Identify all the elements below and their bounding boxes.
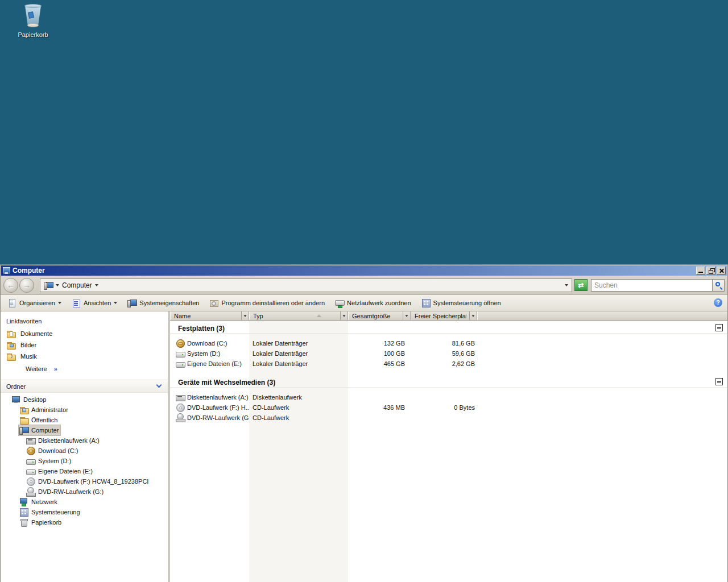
sidebar-item-bilder[interactable]: Bilder bbox=[1, 339, 168, 351]
column-filter-dropdown[interactable] bbox=[241, 311, 249, 320]
desktop-icon-label: Papierkorb bbox=[9, 31, 57, 38]
sidebar-item-weitere[interactable]: Weitere » bbox=[1, 363, 168, 375]
sidebar: Linkfavoriten Dokumente Bilder ♪ Musik W… bbox=[1, 311, 168, 582]
file-row-download-c[interactable]: Download (C:) Lokaler Datenträger 132 GB… bbox=[170, 338, 727, 348]
file-row-dvd-laufwerk-f[interactable]: DVD-Laufwerk (F:) H... CD-Laufwerk 436 M… bbox=[170, 402, 727, 413]
column-header-filler bbox=[477, 311, 727, 320]
tree-item-download-c[interactable]: Download (C:) bbox=[1, 446, 168, 456]
system-properties-icon bbox=[127, 298, 136, 307]
computer-icon bbox=[44, 281, 53, 290]
search-input[interactable] bbox=[591, 279, 712, 292]
chevron-down-icon bbox=[114, 302, 117, 304]
tree-item-diskettenlaufwerk-a[interactable]: Diskettenlaufwerk (A:) bbox=[1, 435, 168, 446]
search-button[interactable] bbox=[712, 279, 725, 292]
views-button[interactable]: Ansichten bbox=[69, 297, 119, 309]
tree-item-administrator[interactable]: Administrator bbox=[1, 405, 168, 415]
tree-item-computer[interactable]: Computer bbox=[1, 425, 168, 435]
uninstall-program-button[interactable]: Programm deinstallieren oder ändern bbox=[207, 297, 327, 309]
search-box bbox=[591, 279, 725, 292]
uninstall-program-icon bbox=[209, 298, 218, 307]
group-header: Festplatten (3) bbox=[170, 323, 727, 334]
desktop-icon bbox=[11, 395, 20, 404]
collapse-group-button[interactable] bbox=[715, 324, 723, 331]
user-folder-icon bbox=[19, 405, 28, 414]
tree-item-desktop[interactable]: Desktop bbox=[1, 394, 168, 405]
group-title: Geräte mit Wechselmedien (3) bbox=[178, 379, 275, 386]
dvd-rw-drive-icon bbox=[26, 487, 35, 496]
file-row-dvd-rw-laufwerk-g[interactable]: DVD-RW-Laufwerk (G:) CD-Laufwerk bbox=[170, 413, 727, 423]
tree-item-system-d[interactable]: System (D:) bbox=[1, 456, 168, 466]
system-properties-button[interactable]: Systemeigenschaften bbox=[125, 297, 201, 309]
help-button[interactable]: ? bbox=[714, 298, 723, 307]
column-filter-dropdown[interactable] bbox=[340, 311, 348, 320]
map-network-drive-button[interactable]: Netzlaufwerk zuordnen bbox=[333, 297, 413, 309]
folder-tree: Desktop Administrator Öffentlich Compute… bbox=[1, 393, 168, 527]
control-panel-icon bbox=[19, 508, 28, 517]
group-title: Festplatten (3) bbox=[178, 325, 225, 332]
dvd-rw-drive-icon bbox=[176, 413, 185, 422]
chevron-down-icon[interactable] bbox=[156, 383, 162, 388]
sidebar-item-musik[interactable]: ♪ Musik bbox=[1, 351, 168, 362]
window-computer-icon bbox=[2, 267, 10, 275]
tree-item-netzwerk[interactable]: Netzwerk bbox=[1, 497, 168, 507]
restore-icon bbox=[707, 267, 715, 274]
back-button[interactable]: ← bbox=[3, 278, 18, 293]
favorites-title: Linkfavoriten bbox=[1, 311, 168, 328]
restore-button[interactable] bbox=[706, 267, 715, 275]
breadcrumb-item-computer[interactable]: Computer bbox=[62, 281, 92, 289]
open-control-panel-button[interactable]: Systemsteuerung öffnen bbox=[419, 297, 503, 309]
desktop-icon-recycle-bin[interactable]: Papierkorb bbox=[9, 3, 57, 38]
tree-item-dvd-laufwerk-f[interactable]: DVD-Laufwerk (F:) HCW4_8_19238PCI bbox=[1, 476, 168, 487]
breadcrumb[interactable]: Computer bbox=[40, 278, 572, 292]
chevron-down-icon[interactable] bbox=[56, 284, 59, 286]
column-header-gesamtgroesse[interactable]: Gesamtgröße bbox=[348, 311, 411, 320]
recycle-bin-icon bbox=[23, 3, 43, 29]
column-header-freier-speicherplatz[interactable]: Freier Speicherplatz bbox=[411, 311, 477, 320]
address-bar: ← → Computer ⇄ bbox=[1, 276, 727, 295]
address-history-dropdown-icon[interactable] bbox=[565, 284, 568, 286]
chevron-down-icon bbox=[58, 302, 61, 304]
chevron-down-icon[interactable] bbox=[95, 284, 98, 286]
column-filter-dropdown[interactable] bbox=[403, 311, 410, 320]
hard-drive-icon bbox=[176, 349, 185, 358]
refresh-icon: ⇄ bbox=[578, 281, 584, 289]
gold-drive-icon bbox=[26, 446, 35, 455]
explorer-window: Computer ← → Computer ⇄ Organisieren bbox=[0, 264, 728, 582]
file-row-system-d[interactable]: System (D:) Lokaler Datenträger 100 GB 5… bbox=[170, 348, 727, 359]
collapse-group-button[interactable] bbox=[715, 378, 723, 385]
tree-item-papierkorb[interactable]: Papierkorb bbox=[1, 517, 168, 527]
computer-icon bbox=[19, 426, 28, 435]
organize-button[interactable]: Organisieren bbox=[5, 297, 64, 309]
hard-drive-icon bbox=[26, 467, 35, 476]
tree-item-eigene-dateien-e[interactable]: Eigene Dateien (E:) bbox=[1, 466, 168, 476]
dvd-drive-icon bbox=[176, 403, 185, 412]
file-row-diskettenlaufwerk-a[interactable]: Diskettenlaufwerk (A:) Diskettenlaufwerk bbox=[170, 392, 727, 402]
tree-item-oeffentlich[interactable]: Öffentlich bbox=[1, 415, 168, 425]
close-button[interactable] bbox=[717, 267, 726, 275]
tree-item-dvd-rw-laufwerk-g[interactable]: DVD-RW-Laufwerk (G:) bbox=[1, 487, 168, 497]
column-filter-dropdown[interactable] bbox=[469, 311, 477, 320]
gold-drive-icon bbox=[176, 339, 185, 348]
file-list-pane: Name Typ Gesamtgröße Freier Speicherplat… bbox=[170, 311, 727, 582]
command-bar: Organisieren Ansichten Systemeigenschaft… bbox=[1, 295, 727, 311]
forward-button[interactable]: → bbox=[19, 278, 34, 293]
column-header-name[interactable]: Name bbox=[170, 311, 249, 320]
views-icon bbox=[72, 298, 81, 307]
file-list: Festplatten (3) Download (C:) Lokaler Da… bbox=[170, 323, 727, 423]
back-icon: ← bbox=[7, 281, 15, 289]
folders-band[interactable]: Ordner bbox=[1, 380, 168, 393]
hard-drive-icon bbox=[176, 359, 185, 368]
sidebar-item-dokumente[interactable]: Dokumente bbox=[1, 328, 168, 339]
pictures-folder-icon bbox=[6, 340, 15, 350]
refresh-button[interactable]: ⇄ bbox=[574, 279, 588, 291]
forward-icon: → bbox=[23, 281, 31, 289]
group-wechselmedien: Geräte mit Wechselmedien (3) Diskettenla… bbox=[170, 377, 727, 423]
file-row-eigene-dateien-e[interactable]: Eigene Dateien (E:) Lokaler Datenträger … bbox=[170, 359, 727, 369]
column-header-typ[interactable]: Typ bbox=[249, 311, 348, 320]
tree-item-systemsteuerung[interactable]: Systemsteuerung bbox=[1, 507, 168, 517]
titlebar[interactable]: Computer bbox=[1, 265, 727, 276]
minimize-button[interactable] bbox=[696, 267, 705, 275]
window-content: Linkfavoriten Dokumente Bilder ♪ Musik W… bbox=[1, 311, 727, 582]
organize-icon bbox=[7, 298, 16, 307]
group-header: Geräte mit Wechselmedien (3) bbox=[170, 377, 727, 388]
